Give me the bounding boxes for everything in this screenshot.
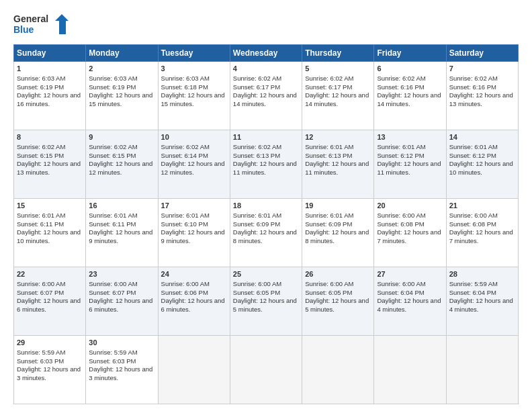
daylight-text: Daylight: 12 hours and 14 minutes. <box>305 91 369 107</box>
sunset-text: Sunset: 6:13 PM <box>233 152 280 159</box>
table-row <box>230 336 302 404</box>
day-number: 30 <box>89 338 154 348</box>
day-number: 16 <box>89 201 154 211</box>
sunset-text: Sunset: 6:12 PM <box>449 152 496 159</box>
sunrise-text: Sunrise: 5:59 AM <box>449 280 498 287</box>
daylight-text: Daylight: 12 hours and 9 minutes. <box>89 228 152 244</box>
table-row: 30Sunrise: 5:59 AMSunset: 6:03 PMDayligh… <box>86 336 158 404</box>
daylight-text: Daylight: 12 hours and 16 minutes. <box>17 91 81 107</box>
col-header-monday: Monday <box>86 45 158 62</box>
table-row: 1Sunrise: 6:03 AMSunset: 6:19 PMDaylight… <box>14 62 86 130</box>
sunset-text: Sunset: 6:12 PM <box>377 152 424 159</box>
table-row: 2Sunrise: 6:03 AMSunset: 6:19 PMDaylight… <box>86 62 158 130</box>
day-number: 20 <box>377 201 443 211</box>
daylight-text: Daylight: 12 hours and 9 minutes. <box>161 228 225 244</box>
col-header-saturday: Saturday <box>446 45 518 62</box>
daylight-text: Daylight: 12 hours and 3 minutes. <box>17 365 81 381</box>
sunrise-text: Sunrise: 6:02 AM <box>89 143 137 150</box>
sunset-text: Sunset: 6:03 PM <box>89 357 136 365</box>
table-row: 16Sunrise: 6:01 AMSunset: 6:11 PMDayligh… <box>86 199 158 267</box>
sunset-text: Sunset: 6:16 PM <box>377 83 424 91</box>
day-number: 18 <box>233 201 299 211</box>
day-number: 14 <box>449 132 515 142</box>
sunrise-text: Sunrise: 6:01 AM <box>305 212 353 219</box>
daylight-text: Daylight: 12 hours and 10 minutes. <box>449 160 513 176</box>
table-row: 7Sunrise: 6:02 AMSunset: 6:16 PMDaylight… <box>446 62 518 130</box>
day-number: 5 <box>305 64 371 74</box>
table-row <box>446 336 518 404</box>
sunrise-text: Sunrise: 6:01 AM <box>161 212 210 219</box>
daylight-text: Daylight: 12 hours and 4 minutes. <box>449 297 513 313</box>
sunset-text: Sunset: 6:16 PM <box>449 83 496 91</box>
table-row: 22Sunrise: 6:00 AMSunset: 6:07 PMDayligh… <box>14 267 86 336</box>
table-row: 23Sunrise: 6:00 AMSunset: 6:07 PMDayligh… <box>86 267 158 336</box>
daylight-text: Daylight: 12 hours and 5 minutes. <box>305 297 369 313</box>
sunrise-text: Sunrise: 6:03 AM <box>89 75 137 82</box>
day-number: 10 <box>161 132 227 142</box>
table-row: 28Sunrise: 5:59 AMSunset: 6:04 PMDayligh… <box>446 267 518 336</box>
table-row: 4Sunrise: 6:02 AMSunset: 6:17 PMDaylight… <box>230 62 302 130</box>
day-number: 1 <box>17 64 83 74</box>
sunrise-text: Sunrise: 6:00 AM <box>89 280 137 287</box>
table-row: 13Sunrise: 6:01 AMSunset: 6:12 PMDayligh… <box>374 130 446 199</box>
day-number: 11 <box>233 132 299 142</box>
sunset-text: Sunset: 6:15 PM <box>17 152 64 159</box>
sunset-text: Sunset: 6:06 PM <box>161 289 208 296</box>
daylight-text: Daylight: 12 hours and 12 minutes. <box>161 160 225 176</box>
day-number: 29 <box>17 338 83 348</box>
table-row: 27Sunrise: 6:00 AMSunset: 6:04 PMDayligh… <box>374 267 446 336</box>
sunrise-text: Sunrise: 6:01 AM <box>233 212 281 219</box>
sunrise-text: Sunrise: 6:00 AM <box>17 280 65 287</box>
sunrise-text: Sunrise: 6:02 AM <box>233 143 281 150</box>
svg-text:Blue: Blue <box>13 24 34 35</box>
sunrise-text: Sunrise: 6:01 AM <box>449 143 498 150</box>
table-row: 10Sunrise: 6:02 AMSunset: 6:14 PMDayligh… <box>158 130 230 199</box>
day-number: 25 <box>233 269 299 279</box>
table-row: 25Sunrise: 6:00 AMSunset: 6:05 PMDayligh… <box>230 267 302 336</box>
daylight-text: Daylight: 12 hours and 13 minutes. <box>17 160 81 176</box>
general-blue-logo-icon: General Blue <box>13 11 74 38</box>
table-row: 6Sunrise: 6:02 AMSunset: 6:16 PMDaylight… <box>374 62 446 130</box>
col-header-sunday: Sunday <box>14 45 86 62</box>
day-number: 27 <box>377 269 443 279</box>
table-row: 12Sunrise: 6:01 AMSunset: 6:13 PMDayligh… <box>302 130 374 199</box>
sunrise-text: Sunrise: 6:00 AM <box>449 212 498 219</box>
daylight-text: Daylight: 12 hours and 4 minutes. <box>377 297 441 313</box>
day-number: 4 <box>233 64 299 74</box>
col-header-thursday: Thursday <box>302 45 374 62</box>
day-number: 23 <box>89 269 154 279</box>
daylight-text: Daylight: 12 hours and 11 minutes. <box>233 160 297 176</box>
daylight-text: Daylight: 12 hours and 11 minutes. <box>305 160 369 176</box>
daylight-text: Daylight: 12 hours and 14 minutes. <box>233 91 297 107</box>
day-number: 13 <box>377 132 443 142</box>
daylight-text: Daylight: 12 hours and 3 minutes. <box>89 365 152 381</box>
col-header-tuesday: Tuesday <box>158 45 230 62</box>
daylight-text: Daylight: 12 hours and 6 minutes. <box>89 297 152 313</box>
sunset-text: Sunset: 6:13 PM <box>305 152 352 159</box>
daylight-text: Daylight: 12 hours and 6 minutes. <box>17 297 81 313</box>
sunrise-text: Sunrise: 6:02 AM <box>305 75 353 82</box>
sunrise-text: Sunrise: 6:01 AM <box>377 143 425 150</box>
daylight-text: Daylight: 12 hours and 8 minutes. <box>305 228 369 244</box>
sunrise-text: Sunrise: 6:02 AM <box>17 143 65 150</box>
day-number: 6 <box>377 64 443 74</box>
sunset-text: Sunset: 6:15 PM <box>89 152 136 159</box>
svg-marker-2 <box>55 14 69 34</box>
sunset-text: Sunset: 6:04 PM <box>377 289 424 296</box>
daylight-text: Daylight: 12 hours and 13 minutes. <box>449 91 513 107</box>
daylight-text: Daylight: 12 hours and 11 minutes. <box>377 160 441 176</box>
table-row <box>374 336 446 404</box>
day-number: 24 <box>161 269 227 279</box>
sunset-text: Sunset: 6:07 PM <box>89 289 136 296</box>
daylight-text: Daylight: 12 hours and 5 minutes. <box>233 297 297 313</box>
sunrise-text: Sunrise: 6:03 AM <box>161 75 210 82</box>
sunrise-text: Sunrise: 6:00 AM <box>233 280 281 287</box>
table-row: 19Sunrise: 6:01 AMSunset: 6:09 PMDayligh… <box>302 199 374 267</box>
sunset-text: Sunset: 6:19 PM <box>17 83 64 91</box>
table-row: 24Sunrise: 6:00 AMSunset: 6:06 PMDayligh… <box>158 267 230 336</box>
table-row: 8Sunrise: 6:02 AMSunset: 6:15 PMDaylight… <box>14 130 86 199</box>
table-row: 3Sunrise: 6:03 AMSunset: 6:18 PMDaylight… <box>158 62 230 130</box>
sunrise-text: Sunrise: 6:02 AM <box>449 75 498 82</box>
daylight-text: Daylight: 12 hours and 15 minutes. <box>89 91 152 107</box>
svg-text:General: General <box>13 13 48 24</box>
